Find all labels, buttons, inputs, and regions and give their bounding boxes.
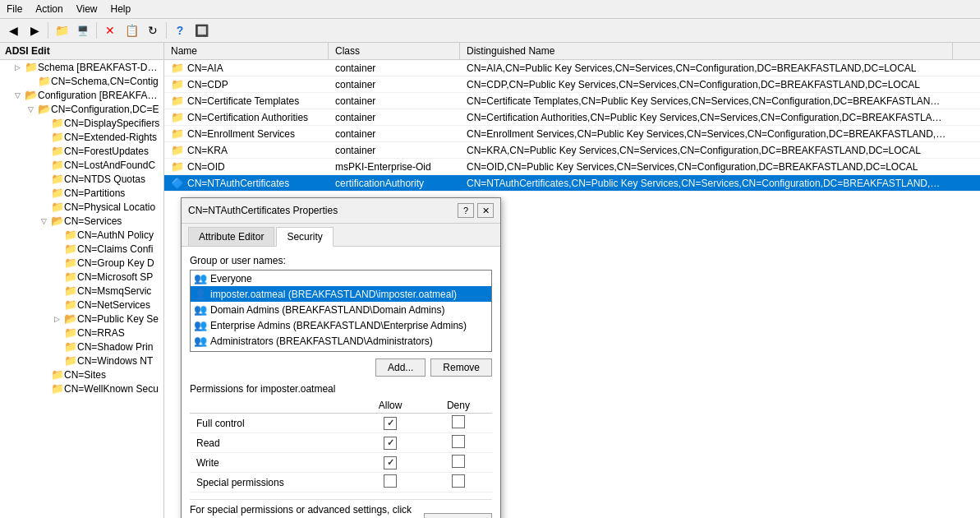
up-button[interactable]: 📁 (52, 21, 71, 39)
tree-item-sites[interactable]: 📁 CN=Sites (0, 368, 163, 382)
tree-item-shadow[interactable]: 📁 CN=Shadow Prin (0, 340, 163, 354)
expand-icon[interactable] (41, 147, 51, 155)
delete-button[interactable]: ✕ (100, 21, 120, 39)
tree-item-services[interactable]: ▽ 📂 CN=Services (0, 214, 163, 228)
user-item-domain-admins[interactable]: 👥 Domain Admins (BREAKFASTLAND\Domain Ad… (191, 302, 491, 317)
expand-icon[interactable] (54, 287, 64, 295)
tree-item-claims[interactable]: 📁 CN=Claims Confi (0, 242, 163, 256)
list-row[interactable]: 📁 CN=Certificate Templates container CN=… (164, 93, 980, 109)
perm-deny-cell[interactable] (425, 473, 492, 493)
expand-icon[interactable] (41, 371, 51, 379)
list-row[interactable]: 📁 CN=OID msPKI-Enterprise-Oid CN=OID,CN=… (164, 159, 980, 175)
tab-attribute-editor[interactable]: Attribute Editor (188, 227, 274, 246)
refresh-button[interactable]: ↻ (143, 21, 163, 39)
tree-item-rras[interactable]: 📁 CN=RRAS (0, 326, 163, 340)
tree-item-net-services[interactable]: 📁 CN=NetServices (0, 298, 163, 312)
expand-icon[interactable] (54, 343, 64, 351)
deny-checkbox-read[interactable] (452, 435, 465, 448)
tree-item-windows-nt[interactable]: 📁 CN=Windows NT (0, 354, 163, 368)
allow-checkbox-read[interactable] (384, 437, 397, 450)
tree-item-ntds-quotas[interactable]: 📁 CN=NTDS Quotas (0, 172, 163, 186)
user-item-enterprise-admins[interactable]: 👥 Enterprise Admins (BREAKFASTLAND\Enter… (191, 317, 491, 333)
tab-security[interactable]: Security (276, 227, 333, 247)
expand-icon[interactable] (28, 77, 38, 86)
perm-deny-cell[interactable] (425, 453, 492, 473)
tree-item-display-specifiers[interactable]: 📁 CN=DisplaySpecifiers (0, 116, 163, 130)
tree-item-configuration[interactable]: ▽ 📂 Configuration [BREAKFAST-l (0, 88, 163, 102)
allow-checkbox-full-control[interactable] (384, 417, 397, 430)
perm-allow-cell[interactable] (356, 473, 424, 493)
col-header-class[interactable]: Class (329, 43, 460, 59)
help-dialog-button[interactable]: ? (458, 203, 474, 218)
tree-item-microsoft-sp[interactable]: 📁 CN=Microsoft SP (0, 270, 163, 284)
expand-icon[interactable]: ▽ (41, 217, 51, 225)
expand-icon[interactable]: ▷ (54, 315, 64, 323)
tree-item-partitions[interactable]: 📁 CN=Partitions (0, 186, 163, 200)
tree-item-forest-updates[interactable]: 📁 CN=ForestUpdates (0, 144, 163, 158)
menu-file[interactable]: File (0, 2, 29, 16)
allow-checkbox-write[interactable] (384, 456, 397, 469)
expand-icon[interactable] (54, 245, 64, 253)
menu-view[interactable]: View (70, 2, 104, 16)
expand-icon[interactable] (41, 161, 51, 169)
remove-button[interactable]: Remove (430, 358, 492, 377)
close-dialog-button[interactable]: ✕ (477, 203, 494, 218)
list-row[interactable]: 📁 CN=Certification Authorities container… (164, 109, 980, 126)
list-row[interactable]: 📁 CN=Enrollment Services container CN=En… (164, 126, 980, 142)
expand-icon[interactable] (41, 385, 51, 393)
perm-deny-cell[interactable] (425, 414, 492, 433)
show-object-button[interactable]: 🖥️ (73, 21, 93, 39)
deny-checkbox-write[interactable] (452, 455, 465, 468)
tree-item-well-known[interactable]: 📁 CN=WellKnown Secu (0, 382, 163, 395)
tree-item-group-key[interactable]: 📁 CN=Group Key D (0, 256, 163, 270)
back-button[interactable]: ◀ (3, 21, 23, 39)
list-row[interactable]: 📁 CN=CDP container CN=CDP,CN=Public Key … (164, 76, 980, 93)
tree-item-schema[interactable]: ▷ 📁 Schema [BREAKFAST-DC-01 (0, 60, 163, 74)
properties-button[interactable]: 📋 (122, 21, 141, 39)
allow-checkbox-special[interactable] (384, 474, 397, 488)
expand-icon[interactable] (54, 231, 64, 239)
expand-icon[interactable] (41, 189, 51, 197)
expand-icon[interactable] (41, 133, 51, 141)
col-header-name[interactable]: Name (164, 43, 329, 59)
tree-item-config-dc[interactable]: ▽ 📂 CN=Configuration,DC=E (0, 102, 163, 116)
tree-item-lost-found[interactable]: 📁 CN=LostAndFoundC (0, 158, 163, 172)
menu-help[interactable]: Help (104, 2, 138, 16)
expand-icon[interactable] (54, 301, 64, 309)
user-item-everyone[interactable]: 👥 Everyone (191, 271, 491, 286)
menu-action[interactable]: Action (29, 2, 69, 16)
expand-icon[interactable] (54, 273, 64, 281)
tree-item-public-key[interactable]: ▷ 📂 CN=Public Key Se (0, 312, 163, 326)
expand-icon[interactable]: ▽ (15, 91, 25, 99)
expand-icon[interactable] (54, 329, 64, 337)
tree-item-extended-rights[interactable]: 📁 CN=Extended-Rights (0, 130, 163, 144)
expand-icon[interactable] (41, 175, 51, 183)
tree-item-physical[interactable]: 📁 CN=Physical Locatio (0, 200, 163, 214)
tree-item-msmq[interactable]: 📁 CN=MsmqServic (0, 284, 163, 298)
connect-button[interactable]: 🔲 (191, 21, 211, 39)
list-row[interactable]: 📁 CN=AIA container CN=AIA,CN=Public Key … (164, 60, 980, 76)
expand-icon[interactable] (41, 119, 51, 127)
perm-allow-cell[interactable] (356, 414, 424, 433)
perm-allow-cell[interactable] (356, 453, 424, 473)
perm-allow-cell[interactable] (356, 433, 424, 453)
forward-button[interactable]: ▶ (25, 21, 44, 39)
perm-deny-cell[interactable] (425, 433, 492, 453)
user-item-imposter[interactable]: 👤 imposter.oatmeal (BREAKFASTLAND\impost… (191, 286, 491, 302)
advanced-button[interactable]: Advanced (424, 513, 492, 518)
list-row-selected[interactable]: 🔷 CN=NTAuthCertificates certificationAut… (164, 175, 980, 192)
user-item-administrators[interactable]: 👥 Administrators (BREAKFASTLAND\Administ… (191, 333, 491, 349)
deny-checkbox-full-control[interactable] (452, 415, 465, 428)
tree-item-authn[interactable]: 📁 CN=AuthN Policy (0, 228, 163, 242)
list-row[interactable]: 📁 CN=KRA container CN=KRA,CN=Public Key … (164, 142, 980, 159)
deny-checkbox-special[interactable] (452, 474, 465, 488)
add-button[interactable]: Add... (375, 358, 426, 377)
col-header-dn[interactable]: Distinguished Name (460, 43, 953, 59)
tree-item-schema-config[interactable]: 📁 CN=Schema,CN=Contig (0, 74, 163, 88)
expand-icon[interactable] (54, 259, 64, 267)
expand-icon[interactable] (54, 357, 64, 365)
expand-icon[interactable]: ▷ (15, 63, 25, 72)
help-button[interactable]: ? (170, 21, 190, 39)
expand-icon[interactable] (41, 203, 51, 211)
expand-icon[interactable]: ▽ (28, 105, 38, 113)
